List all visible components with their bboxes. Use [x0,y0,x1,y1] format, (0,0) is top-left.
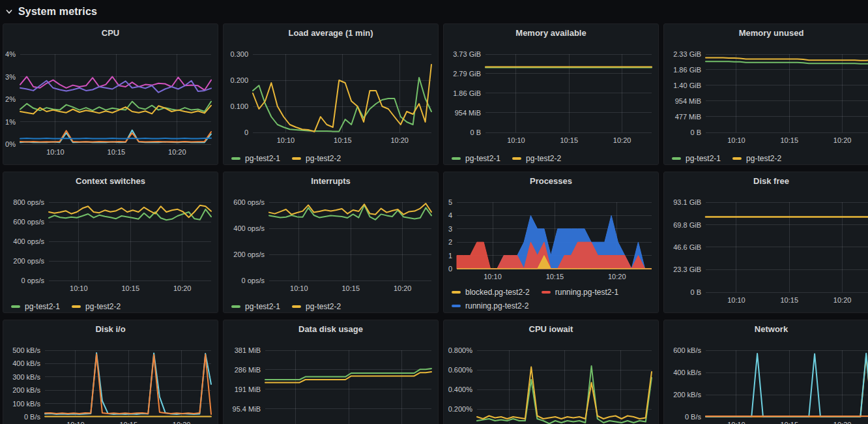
panel-title[interactable]: Memory available [444,24,658,42]
legend-item[interactable]: pg-test2-2 [292,299,341,313]
chart-memory-unused[interactable]: 0 B477 MiB954 MiB1.40 GiB1.86 GiB2.33 Gi… [664,42,868,151]
svg-text:0.300: 0.300 [230,50,248,58]
panel-title[interactable]: Interrupts [224,172,438,190]
chart-interrupts[interactable]: 0 ops/s200 ops/s400 ops/s600 ops/s10:101… [224,190,439,299]
svg-text:10:15: 10:15 [546,273,564,280]
legend-item[interactable]: pg-test2-2 [732,151,781,165]
legend-swatch [231,305,240,308]
legend-item[interactable]: pg-test2-1 [231,151,280,165]
legend: pg-test2-1pg-test2-2 [444,151,658,165]
svg-text:10:20: 10:20 [390,136,409,144]
svg-text:0.600%: 0.600% [448,366,473,374]
panel-title[interactable]: CPU iowait [444,320,658,339]
chart-disk-io[interactable]: 0 B/s100 kB/s200 kB/s300 kB/s400 kB/s500… [3,339,218,424]
legend-item[interactable]: pg-test2-1 [231,299,280,313]
legend-label: running.pg-test2-1 [555,288,618,297]
svg-text:10:10: 10:10 [46,148,65,156]
chart-processes[interactable]: 01234510:1010:1510:20 [444,190,659,285]
chart-cpu[interactable]: 0%1%2%3%4%10:1010:1510:20 [3,42,218,165]
svg-text:600 ops/s: 600 ops/s [13,218,44,226]
section-header[interactable]: System metrics [0,0,868,23]
chart-disk-free[interactable]: 0 B23.3 GiB46.6 GiB69.8 GiB93.1 GiB10:10… [664,190,868,313]
chart-memory-available[interactable]: 0 B954 MiB1.86 GiB2.79 GiB3.73 GiB10:101… [444,42,659,151]
chart-cpu-iowait[interactable]: 0.200%0.400%0.600%0.800%10:1010:1510:20 [444,339,659,424]
svg-text:954 MiB: 954 MiB [455,109,481,117]
section-title: System metrics [18,6,97,18]
svg-text:10:10: 10:10 [727,296,745,304]
legend-swatch [732,157,742,160]
legend-item[interactable]: running.pg-test2-1 [542,285,618,299]
svg-text:0: 0 [244,129,248,136]
svg-text:2.79 GiB: 2.79 GiB [453,70,481,78]
panel-title[interactable]: Disk free [664,172,868,190]
svg-text:300 kB/s: 300 kB/s [12,373,40,381]
legend: pg-test2-1pg-test2-2 [664,151,868,165]
legend-label: pg-test2-1 [245,302,280,311]
chart-network[interactable]: 0 B/s200 kB/s400 kB/s600 kB/s10:1010:151… [664,339,868,424]
legend-swatch [292,305,301,308]
legend-item[interactable]: pg-test2-1 [672,151,721,165]
panel-memory-available: Memory available 0 B954 MiB1.86 GiB2.79 … [443,23,659,165]
panel-disk-io: Disk i/o 0 B/s100 kB/s200 kB/s300 kB/s40… [3,320,218,424]
legend-item[interactable]: blocked.pg-test2-2 [452,285,530,299]
panel-cpu-iowait: CPU iowait 0.200%0.400%0.600%0.800%10:10… [443,320,659,424]
panel-title[interactable]: CPU [3,24,218,42]
legend-item[interactable]: pg-test2-1 [452,151,500,165]
legend-swatch [231,157,240,160]
legend-label: pg-test2-2 [526,154,561,163]
svg-text:400 kB/s: 400 kB/s [12,359,40,367]
svg-text:2.33 GiB: 2.33 GiB [673,50,701,58]
svg-text:10:15: 10:15 [334,136,352,144]
svg-text:4: 4 [448,211,452,219]
svg-text:1.86 GiB: 1.86 GiB [453,89,481,97]
panel-title[interactable]: Processes [444,172,658,190]
svg-text:0.800%: 0.800% [448,346,473,354]
svg-text:0 B: 0 B [470,129,481,136]
svg-text:10:15: 10:15 [780,136,798,144]
legend-label: running.pg-test2-2 [465,301,528,310]
panel-processes: Processes 01234510:1010:1510:20 blocked.… [443,172,659,313]
svg-text:10:10: 10:10 [290,284,308,292]
svg-text:477 MiB: 477 MiB [675,113,701,121]
chart-load-average[interactable]: 00.1000.2000.30010:1010:1510:20 [224,42,439,151]
svg-text:0%: 0% [5,140,16,148]
svg-text:500 kB/s: 500 kB/s [12,346,40,354]
svg-text:400 ops/s: 400 ops/s [233,224,265,232]
panel-network: Network 0 B/s200 kB/s400 kB/s600 kB/s10:… [663,320,868,424]
svg-text:381 MiB: 381 MiB [235,346,261,354]
svg-text:10:20: 10:20 [394,284,412,292]
legend-swatch [512,157,521,160]
svg-text:200 ops/s: 200 ops/s [233,250,265,258]
svg-text:10:15: 10:15 [119,421,137,424]
panel-title[interactable]: Data disk usage [224,320,438,339]
svg-text:10:20: 10:20 [833,136,852,144]
panel-load-average: Load average (1 min) 00.1000.2000.30010:… [223,23,439,165]
svg-text:3.73 GiB: 3.73 GiB [453,50,481,58]
panel-title[interactable]: Context switches [3,172,218,190]
legend-item[interactable]: running.pg-test2-2 [452,299,528,312]
panel-title[interactable]: Load average (1 min) [224,24,438,42]
legend-label: pg-test2-1 [25,302,60,311]
legend-item[interactable]: pg-test2-2 [292,151,341,165]
legend-swatch [452,305,461,307]
svg-text:191 MiB: 191 MiB [235,386,261,393]
legend-swatch [72,305,81,308]
svg-text:0: 0 [448,265,452,273]
legend: pg-test2-1pg-test2-2 [224,151,438,165]
panel-title[interactable]: Disk i/o [3,320,218,339]
legend-item[interactable]: pg-test2-2 [512,151,561,165]
panel-title[interactable]: Network [664,320,868,339]
chart-data-disk-usage[interactable]: 95.4 MiB191 MiB286 MiB381 MiB10:1010:151… [224,339,439,424]
svg-text:0 B: 0 B [690,288,701,296]
svg-text:10:15: 10:15 [780,421,798,424]
chart-context-switches[interactable]: 0 ops/s200 ops/s400 ops/s600 ops/s800 op… [3,190,218,299]
legend-swatch [542,291,551,294]
legend-item[interactable]: pg-test2-1 [11,299,60,313]
svg-text:4%: 4% [5,50,16,58]
panel-title[interactable]: Memory unused [664,24,868,42]
svg-text:10:20: 10:20 [173,284,192,292]
legend-item[interactable]: pg-test2-2 [72,299,121,313]
chevron-down-icon [5,8,13,16]
svg-text:3%: 3% [5,73,16,81]
svg-text:10:10: 10:10 [484,273,502,280]
